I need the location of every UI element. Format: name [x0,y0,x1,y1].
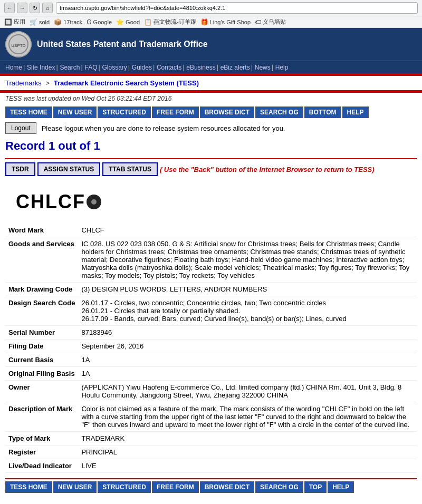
uspto-nav: Home| Site Index| Search| FAQ| Glossary|… [0,61,422,73]
nav-guides[interactable]: Guides [132,64,152,71]
table-row: Word MarkCHLCF [5,224,417,237]
tsdr-button[interactable]: TSDR [5,162,35,176]
bottom-browse-dict-button[interactable]: BROWSE DICT [200,481,254,493]
bookmark-sold[interactable]: 🛒 sold [30,18,50,26]
bookmark-yanwen[interactable]: 📋 燕文物流-订单跟 [144,18,196,26]
bottom-tess-home-button[interactable]: TESS HOME [5,481,52,493]
yiwu-icon: 🏷 [255,18,261,26]
trademark-data-table: Word MarkCHLCFGoods and ServicesIC 028. … [5,224,417,473]
bookmark-17track[interactable]: 📦 17track [54,18,82,26]
table-row: Design Search Code26.01.17 - Circles, tw… [5,296,417,326]
table-row: Owner(APPLICANT) Yiwu Haofeng E-commerce… [5,381,417,402]
bottom-search-og-button[interactable]: SEARCH OG [255,481,303,493]
bookmark-apps-label: 应用 [14,18,25,26]
svg-text:USPTO: USPTO [11,43,25,48]
field-label: Original Filing Basis [5,367,78,381]
bookmark-good[interactable]: ⭐ Good [116,18,140,26]
breadcrumb: Trademarks > Trademark Electronic Search… [0,76,422,90]
field-value: 1A [78,353,417,367]
nav-ebusiness[interactable]: eBusiness [186,64,215,71]
bookmark-apps[interactable]: 🔲 应用 [4,18,25,26]
logout-message: Please logout when you are done to relea… [42,124,285,132]
mark-logo: CHLCF [16,191,101,213]
table-row: Original Filing Basis1A [5,367,417,381]
back-button[interactable]: ← [4,3,15,13]
google-icon: G [87,18,91,26]
mark-logo-circle [87,195,101,209]
table-row: Goods and ServicesIC 028. US 022 023 038… [5,237,417,283]
nav-glossary[interactable]: Glossary [102,64,127,71]
field-label: Current Basis [5,353,78,367]
bottom-top-button[interactable]: TOP [304,481,327,493]
nav-news[interactable]: News [255,64,271,71]
table-row: RegisterPRINCIPAL [5,445,417,459]
field-value: CHLCF [78,224,417,237]
table-row: Live/Dead IndicatorLIVE [5,459,417,473]
breadcrumb-separator: > [46,79,50,87]
bookmark-17track-label: 17track [63,19,82,25]
browser-nav-buttons[interactable]: ← → ↻ ⌂ [4,3,53,13]
url-bar[interactable] [56,2,418,14]
table-row: Description of MarkColor is not claimed … [5,402,417,432]
nav-help[interactable]: Help [275,64,289,71]
mark-logo-text: CHLCF [16,191,85,213]
new-user-button[interactable]: NEW USER [53,106,97,118]
field-label: Description of Mark [5,402,78,432]
browser-bar: ← → ↻ ⌂ [0,0,422,16]
nav-ebiz-alerts[interactable]: eBiz alerts [220,64,250,71]
field-value: September 26, 2016 [78,340,417,353]
field-value: (APPLICANT) Yiwu Haofeng E-commerce Co.,… [78,381,417,402]
bottom-free-form-button[interactable]: FREE FORM [152,481,199,493]
table-row: Mark Drawing Code(3) DESIGN PLUS WORDS, … [5,283,417,296]
nav-faq[interactable]: FAQ [84,64,97,71]
browse-dict-button[interactable]: BROWSE DICT [200,106,254,118]
field-value: Color is not claimed as a feature of the… [78,402,417,432]
field-label: Mark Drawing Code [5,283,78,296]
nav-home[interactable]: Home [5,64,22,71]
table-row: Type of MarkTRADEMARK [5,432,417,445]
field-value: IC 028. US 022 023 038 050. G & S: Artif… [78,237,417,283]
bookmark-lings-label: Ling's Gift Shop [210,19,251,25]
help-button[interactable]: HELP [342,106,369,118]
nav-site-index[interactable]: Site Index [27,64,55,71]
action-buttons: TSDR ASSIGN STATUS TTAB STATUS ( Use the… [5,162,417,176]
field-label: Filing Date [5,340,78,353]
lings-icon: 🎁 [200,18,208,26]
bottom-nav-buttons: TESS HOME NEW USER STRUCTURED FREE FORM … [5,481,417,498]
field-value: PRINCIPAL [78,445,417,459]
logout-button[interactable]: Logout [5,122,36,134]
home-button[interactable]: ⌂ [42,3,53,13]
bottom-button[interactable]: BOTTOM [304,106,341,118]
bookmark-yiwu[interactable]: 🏷 义乌墙贴 [255,18,286,26]
uspto-logo: USPTO [5,31,32,57]
refresh-button[interactable]: ↻ [30,3,40,13]
search-og-button[interactable]: SEARCH OG [255,106,303,118]
bookmark-google[interactable]: G Google [87,18,112,26]
nav-contacts[interactable]: Contacts [157,64,181,71]
ttab-status-button[interactable]: TTAB STATUS [102,162,158,176]
field-label: Live/Dead Indicator [5,459,78,473]
forward-button[interactable]: → [17,3,27,13]
good-icon: ⭐ [116,18,124,26]
last-updated-text: TESS was last updated on Wed Oct 26 03:2… [5,95,417,102]
bookmark-lings[interactable]: 🎁 Ling's Gift Shop [200,18,251,26]
bottom-structured-button[interactable]: STRUCTURED [98,481,151,493]
bottom-help-button[interactable]: HELP [328,481,354,493]
field-value: TRADEMARK [78,432,417,445]
assign-status-button[interactable]: ASSIGN STATUS [37,162,101,176]
breadcrumb-current: Trademark Electronic Search System (TESS… [54,79,199,87]
record-heading: Record 1 out of 1 [5,139,417,153]
top-nav-buttons: TESS HOME NEW USER STRUCTURED FREE FORM … [5,106,417,118]
bottom-new-user-button[interactable]: NEW USER [53,481,97,493]
structured-button[interactable]: STRUCTURED [98,106,151,118]
field-label: Word Mark [5,224,78,237]
field-label: Owner [5,381,78,402]
field-label: Register [5,445,78,459]
breadcrumb-trademarks-link[interactable]: Trademarks [5,79,42,87]
nav-search[interactable]: Search [60,64,80,71]
table-row: Current Basis1A [5,353,417,367]
tess-home-button[interactable]: TESS HOME [5,106,52,118]
free-form-button[interactable]: FREE FORM [152,106,199,118]
17track-icon: 📦 [54,18,62,26]
main-content: TESS was last updated on Wed Oct 26 03:2… [0,93,422,500]
